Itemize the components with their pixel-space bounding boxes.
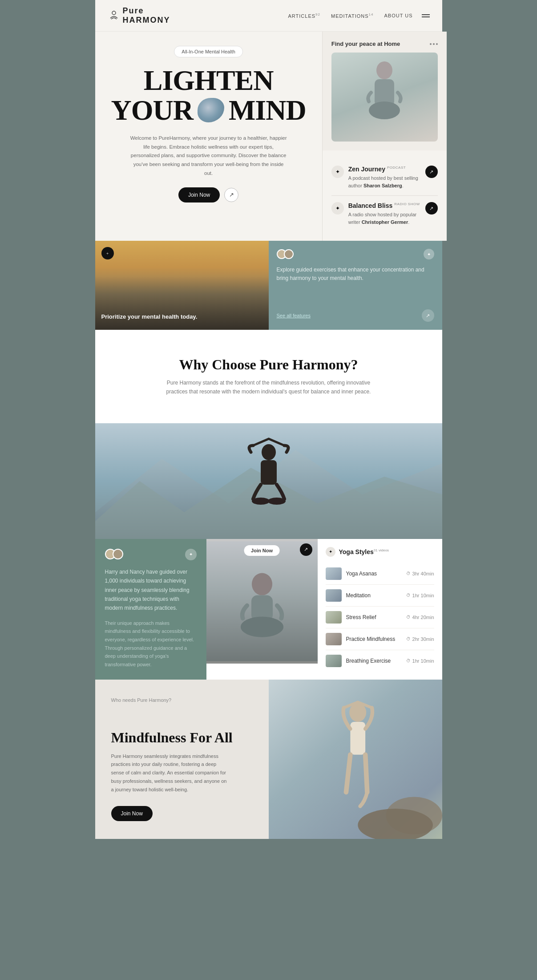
- svg-point-9: [252, 498, 270, 505]
- yoga-avatar-group: [105, 549, 120, 560]
- nav-articles[interactable]: ARTICLES92: [288, 12, 321, 19]
- yoga-style-thumbnail: [326, 633, 342, 645]
- hero-right-card: Find your peace at Home: [322, 32, 447, 150]
- mindfulness-left: Who needs Pure Harmony? Mindfulness For …: [95, 680, 269, 839]
- why-section: Why Choose Pure Harmony? Pure Harmony st…: [95, 330, 442, 423]
- meditation-arrow-button[interactable]: ↗: [300, 543, 312, 556]
- podcast-icon: ✦: [331, 166, 344, 178]
- nav-about[interactable]: ABOUT US: [384, 13, 412, 18]
- svg-rect-19: [350, 722, 365, 755]
- hero-description: Welcome to PureHarmony, where your journ…: [129, 134, 289, 178]
- yoga-style-duration: ⏱1hr 10min: [406, 658, 434, 664]
- yoga-style-name: Stress Relief: [346, 614, 402, 620]
- mountain-card-button[interactable]: +: [101, 247, 114, 259]
- svg-point-10: [268, 498, 286, 505]
- yoga-instructor-card: ✦ Harry and Nancy have guided over 1,000…: [95, 539, 206, 680]
- yoga-style-item[interactable]: Yoga Asanas ⏱3hr 40min: [326, 563, 434, 585]
- nav-links: ARTICLES92 MEDITATIONS14 ABOUT US: [288, 12, 413, 19]
- hero-right-column: Find your peace at Home: [322, 32, 447, 241]
- mountain-card-label: Prioritize your mental health today.: [101, 313, 262, 321]
- hero-left: All-In-One Mental Health LIGHTEN YOUR MI…: [95, 32, 322, 241]
- mountain-card-text: Prioritize your mental health today.: [101, 313, 262, 321]
- yoga-icon-button[interactable]: ✦: [185, 549, 197, 560]
- hero-title-line2: YOUR MIND: [111, 95, 306, 125]
- yoga-style-thumbnail: [326, 589, 342, 602]
- hero-badge: All-In-One Mental Health: [174, 46, 242, 57]
- yoga-style-name: Meditation: [346, 592, 402, 599]
- clock-icon: ⏱: [406, 593, 411, 598]
- avatar-2: [284, 249, 294, 259]
- yoga-styles-panel: ✦ Yoga Styles31 videos Yoga Asanas ⏱3hr …: [318, 539, 442, 680]
- yoga-style-duration: ⏱4hr 20min: [406, 615, 434, 620]
- hero-right-title: Find your peace at Home: [331, 40, 400, 47]
- yoga-styles-title: Yoga Styles31 videos: [339, 548, 389, 555]
- yoga-style-name: Practice Mindfulness: [346, 636, 402, 642]
- yoga-styles-list: Yoga Asanas ⏱3hr 40min Meditation ⏱1hr 1…: [326, 563, 434, 672]
- svg-point-1: [376, 61, 392, 79]
- podcast-arrow-button-2[interactable]: ↗: [425, 202, 438, 215]
- mindfulness-right-image: [269, 680, 442, 839]
- yoga-style-item[interactable]: Meditation ⏱1hr 10min: [326, 585, 434, 607]
- mindfulness-description: Pure Harmony seamlessly integrates mindf…: [111, 752, 227, 794]
- hero-person-image: [331, 53, 438, 142]
- yoga-styles-icon: ✦: [326, 547, 335, 557]
- podcast-balanced-bliss: ✦ Balanced BlissRADIO SHOW A radio show …: [331, 196, 438, 232]
- join-now-button[interactable]: Join Now: [178, 187, 220, 202]
- logo-icon: [108, 9, 120, 22]
- clock-icon: ⏱: [406, 571, 411, 576]
- yoga-style-name: Yoga Asanas: [346, 571, 402, 577]
- svg-point-14: [240, 616, 283, 637]
- podcast-arrow-button[interactable]: ↗: [425, 166, 438, 178]
- podcast-icon-2: ✦: [331, 202, 344, 215]
- hero-title-line1: LIGHTEN: [111, 65, 306, 95]
- why-title: Why Choose Pure Harmony?: [113, 356, 424, 373]
- mountain-hero-image: [95, 423, 442, 539]
- podcast-zen-journey: ✦ Zen JourneyPODCAST A podcast hosted by…: [331, 159, 438, 196]
- yoga-style-item[interactable]: Practice Mindfulness ⏱2hr 30min: [326, 628, 434, 650]
- svg-point-7: [262, 444, 276, 460]
- teal-card-avatars: [277, 249, 291, 259]
- page-wrapper: Pure HARMONY ARTICLES92 MEDITATIONS14 AB…: [95, 0, 442, 839]
- teal-card-icon-button[interactable]: ✦: [424, 249, 434, 259]
- hero-arrow-button[interactable]: ↗: [224, 188, 238, 202]
- yoga-meditation-card: Join Now ↗: [206, 539, 318, 664]
- yoga-style-item[interactable]: Stress Relief ⏱4hr 20min: [326, 607, 434, 628]
- svg-point-3: [369, 101, 400, 119]
- hero-actions: Join Now ↗: [178, 187, 238, 202]
- yoga-style-thumbnail: [326, 567, 342, 580]
- clock-icon: ⏱: [406, 658, 411, 663]
- yoga-section: ✦ Harry and Nancy have guided over 1,000…: [95, 539, 442, 680]
- yoga-style-thumbnail: [326, 611, 342, 624]
- mindfulness-who-label: Who needs Pure Harmony?: [111, 697, 253, 703]
- meditating-person-illustration: [358, 57, 411, 137]
- yoga-mountain-illustration: [95, 423, 442, 539]
- logo[interactable]: Pure HARMONY: [108, 6, 170, 25]
- navbar: Pure HARMONY ARTICLES92 MEDITATIONS14 AB…: [95, 0, 442, 32]
- hero-section: All-In-One Mental Health LIGHTEN YOUR MI…: [95, 32, 442, 241]
- hamburger-menu[interactable]: [422, 14, 430, 17]
- clock-icon: ⏱: [406, 636, 411, 641]
- teal-card-arrow[interactable]: ↗: [422, 309, 434, 322]
- feature-cards-row: + Prioritize your mental health today. ✦…: [95, 241, 442, 330]
- podcast-description: A podcast hosted by best selling author …: [348, 174, 421, 189]
- join-now-meditation-button[interactable]: Join Now: [244, 545, 280, 556]
- svg-point-12: [251, 573, 272, 595]
- yoga-style-item[interactable]: Breathing Exercise ⏱1hr 10min: [326, 650, 434, 672]
- svg-rect-8: [261, 460, 277, 485]
- mountain-card: + Prioritize your mental health today.: [95, 241, 269, 330]
- hero-right-dots[interactable]: [430, 43, 438, 45]
- yoga-style-thumbnail: [326, 655, 342, 667]
- yoga-style-duration: ⏱3hr 40min: [406, 571, 434, 576]
- nav-meditations[interactable]: MEDITATIONS14: [331, 12, 373, 19]
- yoga-avatar-2: [113, 549, 123, 559]
- hero-blob-decoration: [198, 98, 224, 122]
- podcast-title-2: Balanced BlissRADIO SHOW: [348, 202, 421, 209]
- logo-pure: Pure: [123, 6, 170, 16]
- yoga-style-duration: ⏱2hr 30min: [406, 636, 434, 642]
- clock-icon: ⏱: [406, 615, 411, 620]
- svg-point-0: [112, 11, 116, 15]
- teal-card-description: Explore guided exercises that enhance yo…: [277, 266, 434, 304]
- mindfulness-join-button[interactable]: Join Now: [111, 806, 153, 821]
- mountain-card-content: +: [101, 247, 262, 259]
- see-all-features-link[interactable]: See all features: [277, 313, 311, 318]
